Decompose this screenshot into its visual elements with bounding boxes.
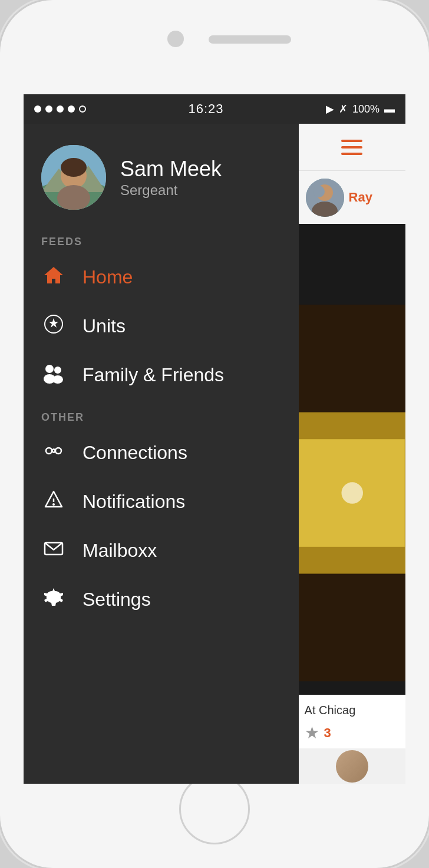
family-friends-label: Family & Friends	[82, 364, 224, 386]
notifications-label: Notifications	[82, 491, 185, 513]
mailboxx-label: Mailboxx	[82, 540, 157, 562]
svg-point-10	[52, 375, 63, 384]
home-button[interactable]	[179, 774, 250, 844]
other-label: OTHER	[41, 411, 281, 424]
sidebar-item-home[interactable]: Home	[41, 253, 281, 302]
hamburger-line-2	[341, 146, 362, 148]
star-count: 3	[324, 725, 331, 741]
status-icons: ▶ ✗ 100% ▬	[326, 103, 395, 115]
svg-point-7	[45, 365, 54, 373]
hamburger-icon[interactable]	[341, 140, 362, 155]
right-panel-bottom	[299, 748, 405, 784]
star-icon: ★	[305, 723, 319, 742]
settings-icon	[41, 587, 66, 612]
bottom-avatar-hint	[336, 750, 368, 783]
sidebar: Sam Meek Sergeant FEEDS Home	[24, 124, 299, 784]
signal-dot-3	[57, 105, 64, 113]
right-panel-profile: Ray	[299, 171, 405, 224]
phone-frame: 16:23 ▶ ✗ 100% ▬	[0, 0, 429, 868]
signal-dot-2	[45, 105, 52, 113]
avatar-silhouette	[41, 145, 106, 210]
bluetooth-icon: ✗	[339, 103, 348, 115]
right-panel-image1	[299, 224, 405, 695]
profile-info: Sam Meek Sergeant	[120, 156, 281, 198]
home-icon	[41, 265, 66, 290]
avatar	[41, 145, 106, 210]
battery-icon: ▬	[384, 103, 395, 115]
units-icon	[41, 313, 66, 339]
svg-point-14	[52, 503, 55, 506]
right-mini-avatar	[306, 179, 344, 217]
status-bar: 16:23 ▶ ✗ 100% ▬	[24, 94, 405, 124]
avatar-inner	[41, 145, 106, 210]
home-label: Home	[82, 266, 133, 288]
svg-point-11	[46, 448, 52, 454]
profile-section: Sam Meek Sergeant	[41, 145, 281, 210]
svg-point-21	[313, 186, 325, 197]
phone-speaker	[209, 35, 291, 44]
sidebar-item-family-friends[interactable]: Family & Friends	[41, 351, 281, 400]
phone-camera	[167, 31, 184, 47]
right-panel-post: At Chicag ★ 3	[299, 695, 405, 748]
feeds-label: FEEDS	[41, 236, 281, 248]
right-mini-name: Ray	[349, 190, 372, 204]
phone-screen: 16:23 ▶ ✗ 100% ▬	[24, 94, 405, 784]
mail-icon	[41, 538, 66, 563]
status-time: 16:23	[188, 101, 223, 117]
sidebar-item-connections[interactable]: Connections	[41, 428, 281, 477]
hamburger-line-3	[341, 153, 362, 155]
svg-point-12	[55, 448, 61, 454]
sidebar-item-units[interactable]: Units	[41, 302, 281, 351]
sidebar-item-mailboxx[interactable]: Mailboxx	[41, 526, 281, 575]
screen-content: Sam Meek Sergeant FEEDS Home	[24, 124, 405, 784]
hamburger-line-1	[341, 140, 362, 142]
connections-label: Connections	[82, 442, 187, 464]
signal-dot-1	[34, 105, 41, 113]
profile-name: Sam Meek	[120, 156, 281, 181]
right-panel: Ray	[299, 124, 405, 784]
signal-dot-4	[68, 105, 75, 113]
connections-icon	[41, 440, 66, 466]
family-friends-icon	[41, 362, 66, 388]
post-stars: ★ 3	[305, 723, 400, 742]
sidebar-item-settings[interactable]: Settings	[41, 575, 281, 624]
svg-point-28	[341, 482, 363, 504]
battery-percent: 100%	[352, 103, 380, 115]
right-panel-profile-info: Ray	[349, 190, 372, 204]
sidebar-item-notifications[interactable]: Notifications	[41, 477, 281, 526]
units-label: Units	[82, 315, 126, 337]
notifications-icon	[41, 489, 66, 514]
svg-point-9	[54, 367, 61, 374]
right-panel-header	[299, 124, 405, 171]
svg-point-5	[61, 158, 87, 177]
svg-point-4	[57, 185, 90, 210]
signal-dots	[34, 105, 86, 113]
location-icon: ▶	[326, 103, 334, 115]
profile-rank: Sergeant	[120, 182, 281, 199]
signal-dot-5	[79, 105, 86, 113]
post-title: At Chicag	[305, 704, 400, 717]
settings-label: Settings	[82, 589, 151, 610]
